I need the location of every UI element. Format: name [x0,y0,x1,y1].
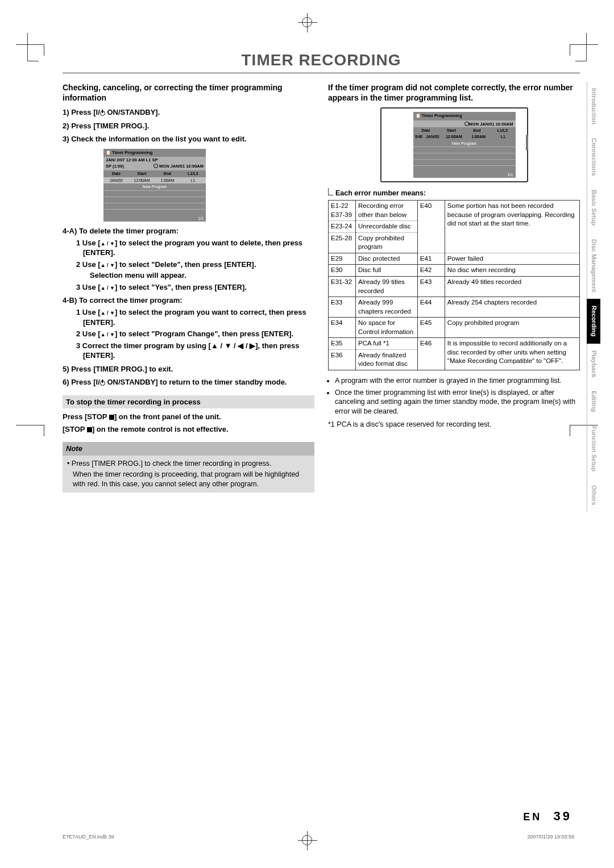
step-5: 5) Press [TIMER PROG.] to exit. [63,364,314,374]
page-title: TIMER RECORDING [63,51,580,69]
step-1: 1) Press [I/ ON/STANDBY]. [63,107,314,118]
osd-timer-list-1: 📋 Timer Programming JAN/ 2/07 12:00 AM L… [103,149,206,222]
stop-line-1: Press [STOP ] on the front panel of the … [63,412,314,422]
page-number: EN 39 [523,809,572,824]
right-bullets: A program with the error number is graye… [328,376,580,417]
step-4a: 4-A) To delete the timer program: 1 Use … [63,226,314,292]
step-4b: 4-B) To correct the timer program: 1 Use… [63,295,314,360]
side-tabs: IntroductionConnectionsBasic SetupDisc M… [587,81,607,512]
step-2: 2) Press [TIMER PROG.]. [63,121,314,131]
side-tab-others[interactable]: Others [587,478,600,512]
pca-footnote: *1 PCA is a disc's space reserved for re… [328,420,580,429]
step-3: 3) Check the information on the list you… [63,134,314,144]
note-body: • Press [TIMER PROG.] to check the timer… [63,456,314,493]
side-tab-recording[interactable]: Recording [587,299,600,343]
side-tab-disc-management[interactable]: Disc Management [587,232,600,299]
osd-timer-list-2: 📋 Timer Programming MON JAN/01 10:00AM D… [413,112,516,178]
side-tab-function-setup[interactable]: Function Setup [587,419,600,478]
error-table: E1-22 E37-39Recording error other than b… [328,200,580,370]
stop-line-2: [STOP ] on the remote control is not eff… [63,424,314,435]
footer-file: E7E7AUD_EN.indb 39 [63,834,114,840]
side-tab-editing[interactable]: Editing [587,384,600,419]
tv-frame: 📋 Timer Programming MON JAN/01 10:00AM D… [380,107,528,182]
side-tab-introduction[interactable]: Introduction [587,81,600,131]
step-6: 6) Press [I/ ON/STANDBY] to return to th… [63,377,314,387]
side-tab-connections[interactable]: Connections [587,131,600,183]
footer-date: 2007/01/29 19:03:58 [527,834,574,840]
side-tab-playback[interactable]: Playback [587,344,600,385]
side-tab-basic-setup[interactable]: Basic Setup [587,183,600,232]
note-heading: Note [63,442,314,456]
left-heading: Checking, canceling, or correcting the t… [63,82,314,103]
right-heading: If the timer program did not complete co… [328,82,580,103]
stop-heading: To stop the timer recording in process [63,395,314,409]
error-caption: Each error number means: [328,188,580,198]
